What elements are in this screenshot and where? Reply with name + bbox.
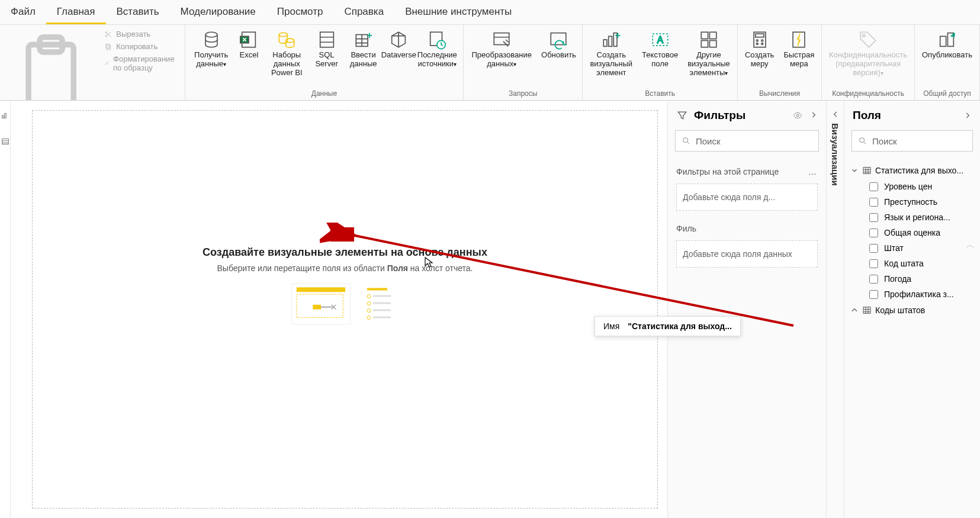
tab-view[interactable]: Просмотр — [266, 0, 334, 24]
svg-point-33 — [863, 34, 865, 37]
sql-icon — [317, 30, 337, 50]
svg-text:A: A — [657, 35, 663, 45]
table-state-codes[interactable]: Коды штатов — [849, 302, 975, 318]
transform-data-button[interactable]: Преобразование данных▾ — [466, 27, 537, 71]
svg-point-43 — [367, 295, 371, 298]
field-language[interactable]: Язык и региона... — [849, 210, 975, 225]
svg-point-6 — [205, 32, 217, 37]
textbox-button[interactable]: AТекстовое поле — [637, 27, 683, 71]
svg-rect-17 — [604, 40, 608, 46]
expand-viz-icon[interactable] — [831, 110, 840, 118]
other-visuals-button[interactable]: Другие визуальные элементы▾ — [683, 27, 735, 80]
table-stats[interactable]: Статистика для выхо... — [849, 162, 975, 179]
all-filter-dropzone[interactable]: Добавьте сюда поля данных — [676, 240, 818, 268]
svg-point-3 — [105, 35, 107, 37]
ribbon-tabs: Файл Главная Вставить Моделирование Прос… — [0, 0, 980, 25]
cursor-icon — [423, 256, 435, 268]
sql-server-button[interactable]: SQL Server — [310, 27, 343, 71]
tab-modeling[interactable]: Моделирование — [170, 0, 266, 24]
database-icon — [201, 30, 221, 50]
field-overall[interactable]: Общая оценка — [849, 225, 975, 240]
fields-panel: Поля Поиск Статистика для выхо... Уровен… — [844, 101, 980, 518]
table-icon — [862, 166, 872, 175]
more-icon[interactable]: … — [808, 167, 818, 176]
field-state[interactable]: Штат — [849, 240, 975, 256]
table-icon — [862, 305, 872, 315]
report-canvas[interactable]: Создавайте визуальные элементы на основе… — [26, 104, 664, 514]
chevron-right-icon — [850, 306, 859, 314]
canvas-wrap: Создавайте визуальные элементы на основе… — [11, 101, 667, 518]
filter-search-input[interactable]: Поиск — [675, 130, 819, 152]
tab-insert[interactable]: Вставить — [106, 0, 170, 24]
new-visual-button[interactable]: Создать визуальный элемент — [585, 27, 637, 80]
data-view-icon[interactable] — [1, 137, 9, 146]
tab-help[interactable]: Справка — [333, 0, 394, 24]
tab-home[interactable]: Главная — [46, 0, 106, 24]
svg-rect-23 — [709, 32, 716, 38]
table-plus-icon — [354, 30, 374, 50]
group-label-data: Данные — [188, 88, 461, 100]
collapse-icon[interactable] — [809, 111, 818, 119]
field-weather[interactable]: Погода — [849, 271, 975, 287]
scissors-icon — [104, 30, 113, 38]
ribbon-group-confidentiality: Конфиденциальность (предварительная верс… — [822, 25, 915, 100]
transform-icon — [491, 30, 512, 50]
pbi-datasets-button[interactable]: Наборы данных Power BI — [263, 27, 310, 80]
report-view-icon[interactable] — [1, 111, 9, 120]
excel-icon — [239, 30, 259, 50]
svg-rect-25 — [709, 40, 716, 47]
visualizations-panel[interactable]: Визуализации — [826, 101, 844, 518]
field-prevention[interactable]: Профилактика з... — [849, 287, 975, 302]
dataverse-button[interactable]: Dataverse — [384, 27, 413, 62]
svg-rect-46 — [373, 303, 391, 304]
get-data-button[interactable]: Получить данные▾ — [188, 27, 235, 71]
svg-point-52 — [683, 138, 688, 143]
enter-data-button[interactable]: Ввести данные — [343, 27, 384, 71]
publish-button[interactable]: Опубликовать — [917, 27, 977, 62]
quick-measure-button[interactable]: Быстрая мера — [779, 27, 820, 71]
svg-point-30 — [756, 43, 758, 45]
fields-search-input[interactable]: Поиск — [852, 130, 973, 152]
field-crime[interactable]: Преступность — [849, 194, 975, 210]
page-filter-dropzone[interactable]: Добавьте сюда поля д... — [676, 184, 818, 211]
svg-rect-5 — [106, 44, 110, 48]
group-label-conf: Конфиденциальность — [824, 88, 912, 100]
excel-button[interactable]: Excel — [234, 27, 263, 62]
tab-file[interactable]: Файл — [0, 0, 46, 24]
brush-icon — [104, 59, 110, 67]
ribbon-group-data: Получить данные▾ Excel Наборы данных Pow… — [185, 25, 464, 100]
svg-point-47 — [367, 309, 371, 313]
svg-point-31 — [761, 43, 763, 45]
ribbon-group-clipboard: тавить Вырезать Копировать Форматировани… — [0, 25, 185, 100]
svg-rect-55 — [863, 307, 870, 314]
svg-rect-4 — [107, 45, 111, 49]
confidentiality-button: Конфиденциальность (предварительная верс… — [824, 27, 912, 80]
eye-icon[interactable] — [793, 111, 802, 120]
svg-rect-24 — [701, 40, 708, 47]
cut-button: Вырезать — [102, 28, 180, 40]
svg-point-2 — [105, 31, 107, 33]
illus-list — [364, 284, 399, 325]
left-rail — [0, 101, 11, 518]
group-label-queries: Запросы — [466, 88, 580, 100]
field-state-code[interactable]: Код штата — [849, 256, 975, 271]
format-painter-button: Форматирование по образцу — [102, 53, 180, 73]
collapse-fields-icon[interactable] — [963, 111, 972, 120]
new-measure-button[interactable]: Создать меру — [740, 27, 779, 71]
ribbon-group-share: Опубликовать Общий доступ — [915, 25, 980, 100]
ribbon: тавить Вырезать Копировать Форматировани… — [0, 25, 980, 101]
svg-rect-18 — [609, 36, 612, 46]
chevron-down-icon — [850, 166, 859, 175]
tab-external[interactable]: Внешние инструменты — [394, 0, 522, 24]
visible-icon — [966, 244, 974, 252]
svg-rect-50 — [373, 317, 391, 318]
svg-point-29 — [761, 40, 763, 41]
svg-point-28 — [756, 40, 758, 41]
refresh-button[interactable]: Обновить — [538, 27, 580, 62]
drag-tooltip: Имя "Статистика для выход... — [595, 316, 741, 336]
svg-rect-44 — [373, 295, 391, 297]
filter-icon — [676, 110, 688, 121]
field-price-level[interactable]: Уровень цен — [849, 179, 975, 194]
svg-rect-15 — [494, 33, 510, 45]
recent-sources-button[interactable]: Последние источники▾ — [413, 27, 461, 71]
